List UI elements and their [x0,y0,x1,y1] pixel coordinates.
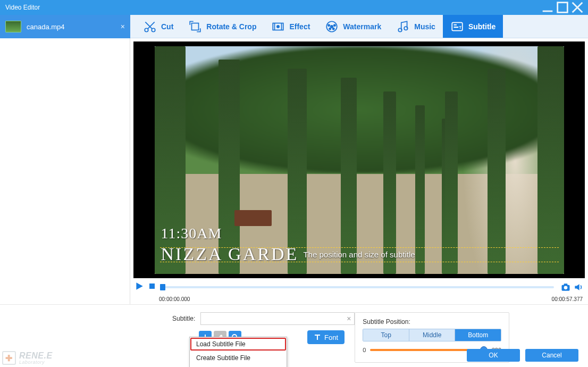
menu-load-subtitle[interactable]: Load Subtitle File [190,337,287,351]
stop-button[interactable] [148,282,156,292]
subtitle-hint: The position and size of subtitle [303,250,415,259]
brand-watermark: ✚ RENE.E Laboratory [2,351,53,365]
effect-icon [271,20,285,34]
tool-tabs: Cut Rotate & Crop Effect Watermark Music… [130,15,588,38]
seek-bar[interactable] [160,286,554,288]
svg-point-11 [333,28,334,29]
font-icon [314,333,321,341]
subtitle-panel: Subtitle: × Font Subtitle Position: Top … [0,304,588,367]
video-preview-wrap: 11:30AM NIZZA GARDE The position and siz… [133,41,585,278]
tool-subtitle[interactable]: T Subtitle [443,15,503,38]
tool-cut[interactable]: Cut [136,15,181,38]
minimize-button[interactable] [540,2,555,13]
menu-view-sample[interactable]: View Sample Subtitle [190,365,287,367]
tool-label: Subtitle [468,22,495,31]
brand-icon: ✚ [2,351,16,365]
maximize-button[interactable] [555,2,570,13]
slider-min: 0 [363,347,366,353]
playback-controls [130,278,588,296]
main-body: 11:30AM NIZZA GARDE The position and siz… [0,38,588,304]
brand-name: RENE.E [19,352,53,360]
svg-point-18 [564,286,568,290]
titlebar: Video Editor [0,0,588,15]
music-icon [396,20,410,34]
tool-label: Watermark [343,22,381,31]
tool-watermark[interactable]: Watermark [317,15,389,38]
subtitle-icon: T [450,20,464,34]
subtitle-dropdown: Load Subtitle File Create Subtitle File … [189,337,287,367]
position-buttons: Top Middle Bottom [363,329,501,341]
position-middle[interactable]: Middle [409,329,455,341]
overlay-time: 11:30AM [161,225,222,242]
video-preview[interactable]: 11:30AM NIZZA GARDE The position and siz… [155,46,564,274]
tool-label: Cut [161,22,173,31]
tool-label: Effect [289,22,310,31]
svg-point-7 [331,25,333,27]
duration: 00:00:57.377 [552,296,583,302]
cancel-button[interactable]: Cancel [525,349,578,362]
watermark-icon [325,20,339,34]
cut-icon [143,20,157,34]
svg-point-9 [334,24,335,26]
dialog-buttons: OK Cancel [467,349,578,362]
font-button-label: Font [324,333,338,341]
position-bottom[interactable]: Bottom [455,329,501,341]
menu-create-subtitle[interactable]: Create Subtitle File [190,351,287,365]
seek-handle[interactable] [160,284,165,290]
subtitle-input[interactable]: × [200,312,355,325]
tool-music[interactable]: Music [389,15,443,38]
play-button[interactable] [135,281,144,293]
tool-label: Music [414,22,435,31]
tool-label: Rotate & Crop [206,22,256,31]
sidebar [0,38,130,304]
top-toolbar: canada.mp4 × Cut Rotate & Crop Effect Wa… [0,15,588,38]
current-time: 00:00:00.000 [159,296,190,302]
position-top[interactable]: Top [363,329,409,341]
tool-effect[interactable]: Effect [264,15,317,38]
svg-rect-0 [558,3,568,13]
brand-sub: Laboratory [19,360,53,365]
svg-point-10 [329,28,331,29]
subtitle-position-overlay[interactable]: The position and size of subtitle [160,247,559,262]
clear-subtitle-icon[interactable]: × [347,314,351,323]
window-title: Video Editor [5,4,540,11]
file-tab[interactable]: canada.mp4 × [0,15,130,38]
volume-button[interactable] [573,282,584,293]
file-thumbnail [5,21,21,32]
tool-rotate-crop[interactable]: Rotate & Crop [181,15,264,38]
preview-column: 11:30AM NIZZA GARDE The position and siz… [130,38,588,304]
file-name: canada.mp4 [27,23,115,31]
subtitle-label: Subtitle: [172,315,195,322]
svg-point-5 [277,25,279,27]
ok-button[interactable]: OK [467,349,520,362]
svg-rect-19 [564,283,568,285]
close-file-icon[interactable]: × [121,22,125,31]
snapshot-button[interactable] [560,282,571,293]
close-window-button[interactable] [570,2,585,13]
position-label: Subtitle Position: [363,318,501,326]
font-button[interactable]: Font [307,330,345,344]
rotate-crop-icon [188,20,202,34]
svg-rect-16 [149,283,155,289]
svg-rect-3 [192,23,199,30]
svg-point-8 [328,24,330,26]
svg-text:T: T [459,25,461,30]
